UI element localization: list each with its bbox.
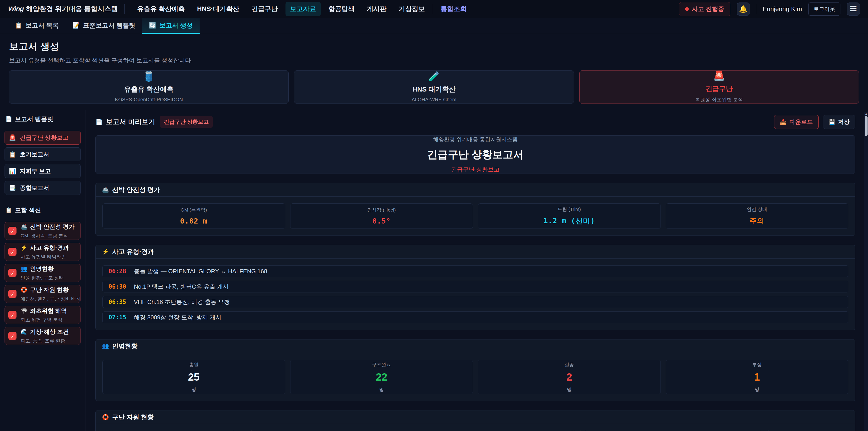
card-subtitle: 복원성·좌초위험 분석 <box>695 96 743 103</box>
nav-item-weather[interactable]: 기상정보 <box>394 2 430 16</box>
template-item-initial-report[interactable]: 📋 초기보고서 <box>4 147 81 161</box>
report-title: 긴급구난 상황보고서 <box>427 148 524 162</box>
metric-trim: 트림 (Trim) 1.2 m (선미) <box>478 204 661 229</box>
report-type-oil-spill[interactable]: 🛢️ 유출유 확산예측 KOSPS·OpenDrift·POSEIDON <box>9 70 289 104</box>
section-title: 선박 안전성 평가 <box>30 223 74 231</box>
section-title: 기상·해상 조건 <box>30 328 69 336</box>
template-item-emergency-report[interactable]: 🚨 긴급구난 상황보고 <box>4 131 81 145</box>
divider <box>433 4 433 14</box>
metric-gm: GM (복원력) 0.82 m <box>102 204 285 229</box>
nav-item-hns[interactable]: HNS·대기확산 <box>193 2 244 16</box>
sections-header: 📋 포함 섹션 <box>4 201 81 218</box>
save-button[interactable]: 💾 저장 <box>823 115 855 129</box>
lightning-icon: ⚡ <box>102 248 109 255</box>
nav-item-air-search[interactable]: 항공탐색 <box>324 2 359 16</box>
metric-heel: 경사각 (Heel) 8.5° <box>290 204 473 229</box>
checkbox-checked[interactable]: ✓ <box>8 227 17 235</box>
stat-value: 22 <box>376 371 387 383</box>
section-toggle-accident-timeline[interactable]: ✓ ⚡사고 유형·경과 사고 유형별 타임라인 <box>4 243 81 261</box>
stat-unit: 명 <box>191 386 196 393</box>
section-toggle-casualties[interactable]: ✓ 👥인명현황 인원 현황, 구조 상태 <box>4 264 81 282</box>
scroll-up-arrow[interactable]: ▲ <box>864 112 868 116</box>
lightning-icon: ⚡ <box>21 245 27 251</box>
event-time: 07:15 <box>108 314 126 321</box>
nav-item-oil-spill[interactable]: 유출유 확산예측 <box>133 2 189 16</box>
checkbox-checked[interactable]: ✓ <box>8 290 17 298</box>
stat-value: 2 <box>566 371 572 383</box>
template-item-command-report[interactable]: 📊 지휘부 보고 <box>4 164 81 178</box>
section-toggle-weather-sea[interactable]: ✓ 🌊기상·해상 조건 파고, 풍속, 조류 현황 <box>4 327 81 345</box>
scrollbar-thumb[interactable] <box>865 116 868 136</box>
card-title: 긴급구난 <box>706 84 733 94</box>
people-icon: 👥 <box>21 266 27 272</box>
checkbox-checked[interactable]: ✓ <box>8 248 17 256</box>
column-eta: 도착예정 <box>565 429 759 431</box>
section-toggle-ship-stability[interactable]: ✓ 🚢선박 안전성 평가 GM, 경사각, 트림 분석 <box>4 222 81 240</box>
metric-value: 1.2 m (선미) <box>544 216 595 226</box>
tab-report-generate[interactable]: 🔄 보고서 생성 <box>142 18 199 34</box>
page-title: 보고서 생성 <box>9 40 859 53</box>
status-dot-icon <box>685 7 689 11</box>
report-type-cards: 🛢️ 유출유 확산예측 KOSPS·OpenDrift·POSEIDON 🧪 H… <box>0 70 868 104</box>
timeline-event: 07:15 해경 3009함 현장 도착, 방제 개시 <box>102 311 848 323</box>
section-casualties: 👥 인명현황 총원 25 명 구조완료 22 명 실종 <box>95 339 855 401</box>
event-text: No.1P 탱크 파공, 벙커C유 유출 개시 <box>134 283 229 291</box>
section-toggle-grounding-risk[interactable]: ✓ 🦈좌초위험 해역 좌초 위험 구역 분석 <box>4 306 81 324</box>
section-toggle-rescue-resources[interactable]: ✓ 🛟구난 자원 현황 예인선, 헬기, 구난 장비 배치 <box>4 285 81 303</box>
stat-unit: 명 <box>567 386 572 393</box>
nav-item-board[interactable]: 게시판 <box>362 2 391 16</box>
metric-safety-status: 안전 상태 주의 <box>666 204 848 229</box>
page-subtitle: 보고서 유형을 선택하고 포함할 섹션을 구성하여 보고서를 생성합니다. <box>9 57 859 64</box>
section-desc: GM, 경사각, 트림 분석 <box>21 233 74 239</box>
section-desc: 파고, 풍속, 조류 현황 <box>21 338 69 344</box>
incident-status-label: 사고 진행중 <box>692 5 724 13</box>
preview-header: 📄 보고서 미리보기 긴급구난 상황보고 📥 다운로드 💾 저장 <box>95 116 855 128</box>
tab-report-templates[interactable]: 📝 표준보고서 템플릿 <box>66 18 142 34</box>
card-subtitle: ALOHA·WRF-Chem <box>412 97 456 102</box>
bar-chart-icon: 📊 <box>9 168 16 175</box>
siren-icon: 🚨 <box>9 134 16 141</box>
sections-header-label: 포함 섹션 <box>15 206 41 214</box>
divider <box>124 4 125 14</box>
report-type-rescue[interactable]: 🚨 긴급구난 복원성·좌초위험 분석 <box>579 70 859 104</box>
section-header: 사고 유형·경과 <box>112 247 154 256</box>
event-text: VHF Ch.16 조난통신, 해경 출동 요청 <box>134 298 230 306</box>
metric-value: 0.82 m <box>180 217 208 225</box>
report-subtitle: 긴급구난 상황보고 <box>451 166 500 174</box>
section-title: 인명현황 <box>30 265 54 273</box>
checkbox-checked[interactable]: ✓ <box>8 332 17 340</box>
download-button[interactable]: 📥 다운로드 <box>774 115 819 129</box>
timeline-event: 06:35 VHF Ch.16 조난통신, 해경 출동 요청 <box>102 296 848 308</box>
section-title: 사고 유형·경과 <box>30 244 69 252</box>
nav-item-rescue[interactable]: 긴급구난 <box>247 2 282 16</box>
section-header: 인명현황 <box>112 342 137 350</box>
divider <box>756 4 756 14</box>
document-icon: 📄 <box>95 118 103 125</box>
templates-header-label: 보고서 템플릿 <box>15 115 53 123</box>
logout-button[interactable]: 로그아웃 <box>808 2 840 16</box>
incident-status-badge: 사고 진행중 <box>679 2 730 16</box>
nav-item-integrated-search[interactable]: 통합조회 <box>436 2 471 16</box>
notifications-button[interactable]: 🔔 <box>737 2 750 16</box>
siren-icon: 🚨 <box>713 71 725 81</box>
checkbox-checked[interactable]: ✓ <box>8 311 17 319</box>
ship-icon: 🚢 <box>102 186 109 193</box>
event-time: 06:35 <box>108 299 126 305</box>
tab-report-list[interactable]: 📋 보고서 목록 <box>8 18 66 34</box>
template-item-comprehensive-report[interactable]: 📑 종합보고서 <box>4 181 81 195</box>
wave-icon: 🌊 <box>21 329 27 335</box>
hamburger-menu-button[interactable]: ☰ <box>847 2 860 16</box>
stat-label: 구조완료 <box>372 361 391 368</box>
report-list-icon: 📋 <box>15 22 22 29</box>
tab-label: 보고서 생성 <box>159 21 193 30</box>
download-icon: 📥 <box>780 119 786 125</box>
column-vessel-name: 선박/장비명 <box>229 429 565 431</box>
checkbox-checked[interactable]: ✓ <box>8 269 17 277</box>
vertical-scrollbar[interactable]: ▲ ▼ <box>864 112 868 431</box>
user-name: Eunjeong Kim <box>763 5 802 13</box>
report-type-hns[interactable]: 🧪 HNS 대기확산 ALOHA·WRF-Chem <box>294 70 574 104</box>
generate-icon: 🔄 <box>149 22 156 29</box>
stat-injured: 부상 1 명 <box>666 360 848 394</box>
ship-icon: 🚢 <box>21 223 27 230</box>
nav-item-reports[interactable]: 보고자료 <box>285 2 321 16</box>
